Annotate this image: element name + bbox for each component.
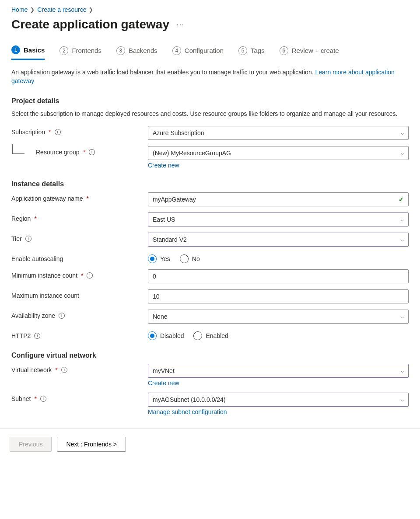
- chevron-right-icon: ❯: [30, 7, 35, 13]
- chevron-down-icon: ⌵: [401, 216, 404, 223]
- info-icon[interactable]: i: [61, 367, 67, 373]
- region-label: Region: [11, 215, 31, 222]
- tab-basics[interactable]: 1 Basics: [11, 43, 45, 60]
- tab-label: Review + create: [292, 47, 339, 54]
- resource-group-label: Resource group: [36, 149, 80, 156]
- page-title: Create application gateway: [11, 17, 169, 31]
- tab-tags[interactable]: 5 Tags: [238, 43, 265, 60]
- intro-text: An application gateway is a web traffic …: [11, 68, 409, 86]
- min-instance-label: Minimum instance count: [11, 272, 77, 279]
- next-button[interactable]: Next : Frontends >: [57, 437, 126, 452]
- radio-label: No: [192, 255, 200, 262]
- http2-label: HTTP2: [11, 332, 31, 339]
- more-actions-icon[interactable]: ⋯: [176, 21, 185, 28]
- resource-group-select[interactable]: (New) MyResourceGroupAG ⌵: [148, 146, 409, 160]
- info-icon[interactable]: i: [25, 236, 32, 242]
- chevron-down-icon: ⌵: [401, 130, 404, 136]
- required-indicator: *: [55, 366, 57, 373]
- tab-label: Tags: [251, 47, 265, 54]
- tab-label: Basics: [24, 46, 45, 54]
- radio-label: Yes: [160, 255, 170, 262]
- availability-zone-value: None: [153, 313, 167, 320]
- radio-icon: [148, 254, 157, 263]
- tab-label: Configuration: [185, 47, 224, 54]
- chevron-down-icon: ⌵: [401, 368, 404, 374]
- required-indicator: *: [86, 195, 88, 202]
- region-value: East US: [153, 216, 175, 223]
- info-icon[interactable]: i: [40, 396, 46, 402]
- app-gateway-name-label: Application gateway name: [11, 195, 83, 202]
- region-select[interactable]: East US ⌵: [148, 212, 409, 226]
- required-indicator: *: [83, 149, 85, 156]
- vnet-value: myVNet: [153, 367, 175, 374]
- section-instance-details-heading: Instance details: [11, 180, 409, 188]
- app-gateway-name-value: myAppGateway: [153, 196, 196, 203]
- vnet-select[interactable]: myVNet ⌵: [148, 364, 409, 378]
- availability-zone-select[interactable]: None ⌵: [148, 310, 409, 324]
- subscription-label: Subscription: [11, 129, 45, 136]
- chevron-down-icon: ⌵: [401, 150, 404, 156]
- http2-enabled-radio[interactable]: Enabled: [193, 331, 228, 340]
- radio-icon: [148, 331, 157, 340]
- create-new-vnet-link[interactable]: Create new: [148, 380, 179, 387]
- max-instance-label: Maximum instance count: [11, 292, 79, 299]
- tab-number: 4: [172, 46, 181, 55]
- breadcrumb-home[interactable]: Home: [11, 6, 28, 13]
- breadcrumb: Home ❯ Create a resource ❯: [11, 6, 409, 13]
- http2-disabled-radio[interactable]: Disabled: [148, 331, 184, 340]
- autoscaling-yes-radio[interactable]: Yes: [148, 254, 170, 263]
- section-vnet-heading: Configure virtual network: [11, 352, 409, 359]
- tier-label: Tier: [11, 235, 22, 242]
- autoscaling-no-radio[interactable]: No: [180, 254, 200, 263]
- chevron-right-icon: ❯: [89, 7, 93, 13]
- resource-group-value: (New) MyResourceGroupAG: [153, 150, 231, 157]
- previous-button: Previous: [10, 437, 52, 452]
- radio-label: Disabled: [160, 332, 184, 339]
- autoscaling-label: Enable autoscaling: [11, 255, 63, 262]
- tab-number: 3: [116, 46, 125, 55]
- required-indicator: *: [81, 272, 83, 279]
- info-icon[interactable]: i: [59, 313, 65, 319]
- info-icon[interactable]: i: [55, 129, 61, 135]
- validation-check-icon: ✓: [399, 196, 404, 203]
- min-instance-input[interactable]: [148, 269, 409, 283]
- availability-zone-label: Availability zone: [11, 312, 55, 319]
- tab-review-create[interactable]: 6 Review + create: [280, 43, 339, 60]
- wizard-footer: Previous Next : Frontends >: [0, 428, 420, 460]
- radio-icon: [180, 254, 189, 263]
- subnet-select[interactable]: myAGSubnet (10.0.0.0/24) ⌵: [148, 393, 409, 407]
- section-project-details-heading: Project details: [11, 97, 409, 105]
- tab-frontends[interactable]: 2 Frontends: [60, 43, 102, 60]
- chevron-down-icon: ⌵: [401, 397, 404, 403]
- tab-number: 5: [238, 46, 247, 55]
- tree-connector-icon: [12, 144, 24, 154]
- radio-label: Enabled: [206, 332, 228, 339]
- info-icon[interactable]: i: [87, 272, 93, 279]
- info-icon[interactable]: i: [89, 149, 95, 155]
- tab-configuration[interactable]: 4 Configuration: [172, 43, 224, 60]
- tab-number: 2: [60, 46, 68, 55]
- vnet-label: Virtual network: [11, 366, 52, 373]
- max-instance-input[interactable]: [148, 289, 409, 303]
- info-icon[interactable]: i: [34, 333, 40, 339]
- app-gateway-name-input[interactable]: myAppGateway ✓: [148, 192, 409, 206]
- subscription-select[interactable]: Azure Subscription ⌵: [148, 126, 409, 140]
- required-indicator: *: [34, 395, 36, 402]
- create-new-rg-link[interactable]: Create new: [148, 162, 179, 169]
- intro-description: An application gateway is a web traffic …: [11, 69, 315, 76]
- required-indicator: *: [49, 129, 51, 136]
- subnet-value: myAGSubnet (10.0.0.0/24): [153, 396, 226, 403]
- chevron-down-icon: ⌵: [401, 237, 404, 243]
- wizard-tabs: 1 Basics 2 Frontends 3 Backends 4 Config…: [11, 43, 409, 60]
- radio-icon: [193, 331, 202, 340]
- subnet-label: Subnet: [11, 395, 31, 402]
- tier-value: Standard V2: [153, 236, 187, 243]
- tab-label: Backends: [129, 47, 158, 54]
- tab-backends[interactable]: 3 Backends: [116, 43, 158, 60]
- manage-subnet-link[interactable]: Manage subnet configuration: [148, 408, 227, 415]
- tab-number: 6: [280, 46, 288, 55]
- required-indicator: *: [34, 215, 36, 222]
- tier-select[interactable]: Standard V2 ⌵: [148, 233, 409, 247]
- breadcrumb-create-resource[interactable]: Create a resource: [37, 6, 86, 13]
- tab-number: 1: [11, 45, 20, 54]
